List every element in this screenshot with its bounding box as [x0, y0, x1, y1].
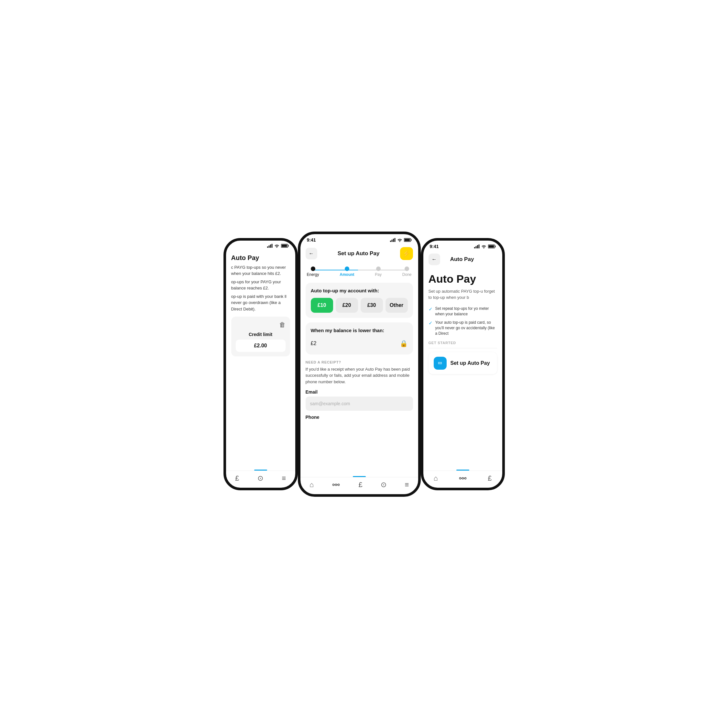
status-bar-center: 9:41 — [300, 234, 418, 245]
trash-icon[interactable]: 🗑 — [279, 321, 286, 329]
nav-item-menu-center[interactable]: ≡ — [405, 480, 409, 489]
nav-item-home-right[interactable]: ⌂ — [434, 474, 438, 483]
back-arrow-center: ← — [309, 251, 314, 257]
back-arrow-right: ← — [432, 257, 437, 262]
nav-item-account-center[interactable]: £ — [359, 480, 362, 489]
svg-rect-0 — [267, 246, 268, 248]
receipt-label: NEED A RECEIPT? — [306, 360, 413, 364]
balance-row: £2 🔒 — [311, 338, 408, 349]
svg-rect-22 — [478, 245, 479, 248]
bullet-text-2: Your auto top-up is paid card, so you'll… — [435, 320, 497, 336]
left-desc-1: c PAYG top-ups so you never when your ba… — [231, 264, 290, 277]
battery-icon-right — [488, 245, 496, 248]
balance-card: When my balance is lower than: £2 🔒 — [306, 323, 413, 355]
receipt-description: If you'd like a receipt when your Auto P… — [306, 366, 413, 385]
amount-card: Auto top-up my account with: £10 £20 £30… — [306, 283, 413, 318]
amount-btn-other[interactable]: Other — [385, 298, 408, 313]
svg-point-15 — [335, 484, 337, 485]
bullet-text-1: Set repeat top-ups for yo meter when you… — [435, 306, 497, 317]
step-energy: Energy — [307, 266, 319, 277]
email-input[interactable]: sam@example.com — [306, 396, 413, 411]
center-content: Auto top-up my account with: £10 £20 £30… — [300, 278, 418, 476]
get-started-label: GET STARTED — [428, 341, 497, 345]
svg-rect-7 — [390, 241, 391, 242]
account-icon-right: £ — [488, 474, 492, 483]
lightning-button[interactable]: ⚡ — [400, 247, 413, 260]
menu-icon-center: ≡ — [405, 480, 409, 489]
help-icon-center: ⊙ — [381, 480, 387, 489]
usage-icon-right — [459, 476, 467, 481]
wifi-icon-center — [397, 238, 402, 242]
nav-item-help-left[interactable]: ⊙ — [257, 474, 263, 483]
svg-rect-25 — [488, 245, 494, 248]
step-done: Done — [402, 266, 412, 277]
pound-icon-left: £ — [235, 474, 239, 483]
left-desc-3: op-up is paid with your bank ll never go… — [231, 293, 290, 312]
nav-item-pound-left[interactable]: £ — [235, 474, 239, 483]
signal-icon — [267, 244, 273, 248]
signal-icon-right — [474, 245, 480, 248]
step-label-energy: Energy — [307, 272, 319, 277]
credit-limit-label: Credit limit — [236, 332, 286, 337]
bottom-nav-left: £ ⊙ ≡ — [226, 471, 295, 488]
signal-icon-center — [390, 238, 396, 242]
step-dot-amount — [345, 266, 349, 271]
balance-card-title: When my balance is lower than: — [311, 327, 408, 333]
amount-btn-10[interactable]: £10 — [311, 298, 333, 313]
nav-header-center: ← Set up Auto Pay ⚡ — [300, 245, 418, 263]
bullet-item-2: ✓ Your auto top-up is paid card, so you'… — [428, 320, 497, 336]
svg-rect-2 — [270, 245, 271, 248]
auto-pay-description: Set up automatic PAYG top-u forget to to… — [428, 288, 497, 301]
nav-item-menu-left[interactable]: ≡ — [282, 474, 286, 483]
battery-icon-center — [404, 238, 412, 242]
bottom-nav-center: ⌂ £ ⊙ ≡ — [300, 477, 418, 494]
amount-btn-20[interactable]: £20 — [336, 298, 358, 313]
right-content: Auto Pay Set up automatic PAYG top-u for… — [423, 268, 502, 470]
step-dot-energy — [311, 266, 315, 271]
step-dot-pay — [376, 266, 381, 271]
step-amount: Amount — [340, 266, 354, 277]
setup-btn-label: Set up Auto Pay — [451, 360, 490, 366]
battery-icon — [281, 244, 289, 248]
auto-pay-heading: Auto Pay — [428, 273, 497, 285]
home-icon-right: ⌂ — [434, 474, 438, 483]
nav-item-home-center[interactable]: ⌂ — [309, 480, 314, 489]
credit-card: 🗑 Credit limit £2.00 — [231, 317, 290, 356]
svg-point-28 — [465, 477, 466, 479]
nav-item-account-right[interactable]: £ — [488, 474, 492, 483]
setup-auto-pay-button[interactable]: ∞ Set up Auto Pay — [428, 352, 497, 374]
menu-icon-left: ≡ — [282, 474, 286, 483]
status-time-right: 9:41 — [430, 244, 439, 249]
svg-rect-3 — [271, 244, 272, 248]
left-content: Auto Pay c PAYG top-ups so you never whe… — [226, 250, 295, 470]
scene: Auto Pay c PAYG top-ups so you never whe… — [182, 182, 546, 546]
account-icon-center: £ — [359, 480, 362, 489]
center-nav-title: Set up Auto Pay — [338, 250, 380, 257]
email-label: Email — [306, 389, 413, 395]
left-page-title: Auto Pay — [231, 254, 290, 262]
svg-point-26 — [460, 477, 461, 479]
home-icon-center: ⌂ — [309, 480, 314, 489]
status-time-center: 9:41 — [307, 237, 316, 243]
usage-icon-center — [332, 482, 340, 488]
back-button-right[interactable]: ← — [428, 254, 440, 265]
nav-item-help-center[interactable]: ⊙ — [381, 480, 387, 489]
svg-rect-21 — [477, 245, 478, 248]
svg-point-16 — [338, 484, 340, 485]
svg-point-27 — [462, 477, 464, 479]
nav-header-right: ← Auto Pay — [423, 251, 502, 268]
step-dot-done — [405, 266, 409, 271]
infinity-icon: ∞ — [438, 359, 442, 366]
nav-item-usage-center[interactable] — [332, 482, 340, 488]
step-label-amount: Amount — [340, 272, 354, 277]
left-desc-2: op-ups for your PAYG your balance reache… — [231, 279, 290, 291]
right-nav-title: Auto Pay — [450, 256, 474, 263]
amount-buttons: £10 £20 £30 Other — [311, 298, 408, 313]
amount-btn-30[interactable]: £30 — [361, 298, 383, 313]
phone-left: Auto Pay c PAYG top-ups so you never whe… — [223, 238, 298, 490]
back-button-center[interactable]: ← — [306, 248, 317, 259]
check-icon-2: ✓ — [428, 320, 433, 326]
svg-rect-19 — [474, 247, 475, 248]
nav-item-usage-right[interactable] — [459, 476, 467, 481]
phone-right: 9:41 ← Auto Pay Auto Pay Set up automati… — [421, 238, 505, 490]
